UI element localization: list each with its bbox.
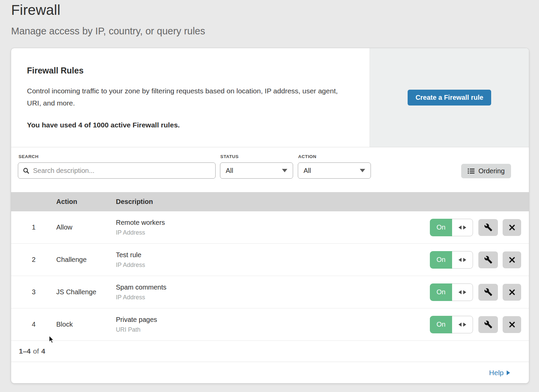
table-row: 4 Block Private pages URI Path On [11, 308, 529, 341]
rule-enabled-toggle[interactable]: On [430, 283, 473, 301]
rule-field-type: IP Address [116, 229, 165, 236]
rule-controls: On [430, 251, 529, 269]
search-label: SEARCH [19, 154, 38, 159]
help-row: Help [11, 362, 529, 383]
rule-priority: 1 [11, 223, 56, 231]
close-icon [508, 256, 516, 264]
rule-priority: 2 [11, 256, 56, 264]
table-row: 2 Challenge Test rule IP Address On [11, 244, 529, 276]
chevron-down-icon [282, 169, 287, 172]
pagination: 1–4 of 4 [11, 341, 529, 362]
edit-rule-button[interactable] [478, 316, 498, 333]
delete-rule-button[interactable] [503, 251, 521, 268]
page-header: Firewall Manage access by IP, country, o… [11, 2, 205, 37]
pagination-total: 4 [41, 347, 45, 355]
filters-bar: SEARCH STATUS All ACTION All [11, 147, 529, 192]
help-link-label: Help [489, 369, 504, 377]
ordering-button[interactable]: Ordering [461, 164, 511, 178]
rule-description-cell: Private pages URI Path [116, 316, 157, 333]
wrench-icon [484, 320, 493, 329]
delete-rule-button[interactable] [503, 284, 521, 301]
status-select[interactable]: All [220, 162, 293, 179]
ordering-button-label: Ordering [478, 167, 505, 175]
toggle-on-label[interactable]: On [430, 316, 452, 333]
pagination-range: 1–4 [19, 347, 31, 355]
search-icon [23, 167, 30, 174]
overview-heading: Firewall Rules [27, 66, 349, 76]
wrench-icon [484, 288, 493, 296]
wrench-icon [484, 223, 493, 232]
table-header: Action Description [11, 192, 529, 211]
rule-controls: On [430, 219, 529, 236]
action-label: ACTION [298, 154, 316, 159]
edit-rule-button[interactable] [478, 219, 498, 236]
rule-priority: 3 [11, 288, 56, 296]
edit-rule-button[interactable] [478, 284, 498, 301]
toggle-arrows-icon[interactable] [452, 283, 473, 301]
overview-section: Firewall Rules Control incoming traffic … [11, 48, 529, 147]
delete-rule-button[interactable] [503, 316, 521, 333]
rule-description-cell: Remote workers IP Address [116, 219, 165, 236]
rule-description: Test rule [116, 251, 145, 259]
firewall-rules-card: Firewall Rules Control incoming traffic … [11, 48, 529, 383]
rule-description: Spam comments [116, 283, 166, 291]
rule-priority: 4 [11, 321, 56, 328]
action-selected-value: All [304, 167, 311, 175]
toggle-on-label[interactable]: On [430, 219, 452, 236]
rule-action: Allow [56, 223, 116, 231]
close-icon [508, 321, 516, 328]
create-firewall-rule-button[interactable]: Create a Firewall rule [408, 90, 491, 105]
overview-text: Firewall Rules Control incoming traffic … [11, 48, 370, 147]
search-input[interactable] [33, 167, 211, 175]
rule-enabled-toggle[interactable]: On [430, 316, 473, 333]
table-row: 3 JS Challenge Spam comments IP Address … [11, 276, 529, 308]
usage-summary: You have used 4 of 1000 active Firewall … [27, 121, 349, 129]
rule-enabled-toggle[interactable]: On [430, 251, 473, 269]
create-rule-panel: Create a Firewall rule [370, 48, 529, 147]
rule-field-type: URI Path [116, 326, 157, 333]
description-column-header: Description [116, 198, 529, 206]
delete-rule-button[interactable] [503, 219, 521, 236]
rule-controls: On [430, 283, 529, 301]
page-subtitle: Manage access by IP, country, or query r… [11, 26, 205, 37]
status-label: STATUS [220, 154, 239, 159]
rule-description-cell: Spam comments IP Address [116, 283, 166, 301]
arrow-right-icon [507, 370, 510, 375]
overview-description: Control incoming traffic to your zone by… [27, 85, 347, 109]
ordered-list-icon [468, 168, 475, 174]
edit-rule-button[interactable] [478, 251, 498, 268]
rule-action: Challenge [56, 256, 116, 264]
close-icon [508, 224, 516, 231]
action-column-header: Action [56, 198, 116, 206]
rule-description: Remote workers [116, 219, 165, 227]
search-box[interactable] [18, 162, 216, 179]
action-select[interactable]: All [298, 162, 371, 179]
help-link[interactable]: Help [489, 369, 510, 377]
rule-description: Private pages [116, 316, 157, 324]
pagination-of-label: of [33, 347, 39, 355]
wrench-icon [484, 255, 493, 264]
toggle-on-label[interactable]: On [430, 251, 452, 269]
table-row: 1 Allow Remote workers IP Address On [11, 211, 529, 244]
toggle-arrows-icon[interactable] [452, 251, 473, 269]
chevron-down-icon [360, 169, 365, 172]
rule-action: JS Challenge [56, 288, 116, 296]
rule-action: Block [56, 321, 116, 328]
toggle-arrows-icon[interactable] [452, 316, 473, 333]
rule-field-type: IP Address [116, 294, 166, 301]
close-icon [508, 289, 516, 296]
page-title: Firewall [11, 2, 205, 18]
status-selected-value: All [226, 167, 233, 175]
toggle-on-label[interactable]: On [430, 283, 452, 301]
rule-description-cell: Test rule IP Address [116, 251, 145, 269]
rule-controls: On [430, 316, 529, 333]
rule-field-type: IP Address [116, 262, 145, 269]
rule-enabled-toggle[interactable]: On [430, 219, 473, 236]
toggle-arrows-icon[interactable] [452, 219, 473, 236]
